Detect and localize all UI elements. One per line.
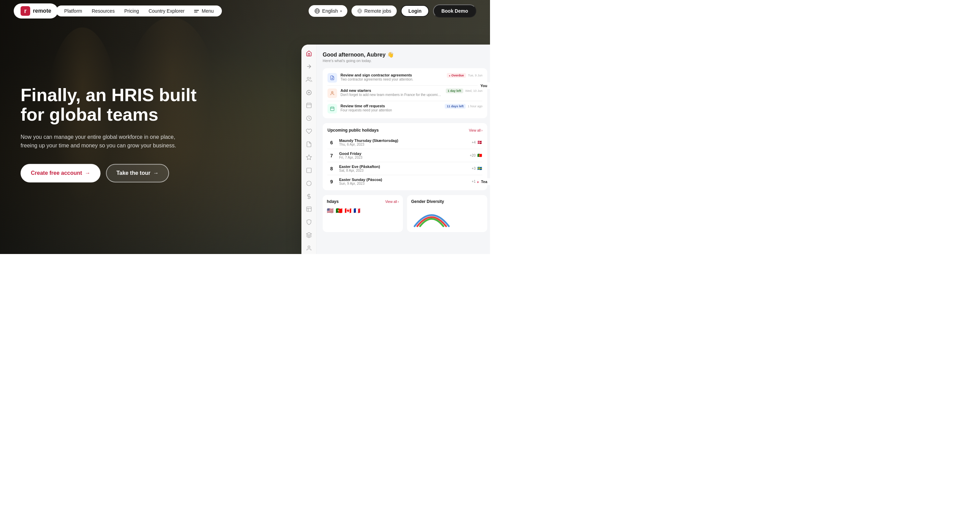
sidebar-box-icon[interactable]: [305, 167, 313, 174]
task-item-3: Review time off requests Four requests n…: [328, 101, 482, 113]
sidebar-add-icon[interactable]: [305, 89, 313, 96]
logo-icon: r: [21, 6, 30, 16]
sidebar-layout-icon[interactable]: [305, 206, 313, 213]
holiday-date-num-1: 6: [328, 140, 336, 145]
svg-marker-14: [306, 155, 311, 159]
holiday-info-1: Maundy Thursday (Skærtorsdag) Thu, 6 Apr…: [339, 138, 468, 146]
holiday-date-2: Fri, 7 Apr, 2023: [339, 156, 466, 159]
sidebar-arrow-icon[interactable]: [305, 63, 313, 70]
holiday-item-1: 6 Maundy Thursday (Skærtorsdag) Thu, 6 A…: [328, 136, 482, 149]
sidebar-shield-icon[interactable]: [305, 219, 313, 225]
holiday-item-3: 8 Easter Eve (Påskafton) Sat, 8 Apr, 202…: [328, 162, 482, 175]
nav-link-resources[interactable]: Resources: [92, 8, 115, 14]
holiday-date-num-2: 7: [328, 153, 336, 158]
arrow-right-icon: →: [85, 170, 90, 176]
login-button[interactable]: Login: [401, 5, 429, 17]
nav-link-country-explorer[interactable]: Country Explorer: [148, 8, 185, 14]
task-desc-3: Four requests need your attention: [340, 108, 441, 112]
dashboard-header: Good afternoon, Aubrey 👋 Here's what's g…: [323, 51, 487, 63]
task-icon-3: [328, 104, 337, 113]
nav-left: r remote Platform Resources Pricing Coun…: [14, 3, 222, 19]
nav-link-pricing[interactable]: Pricing: [124, 8, 139, 14]
remote-jobs-button[interactable]: Remote jobs: [352, 5, 397, 16]
holiday-flags-2: +20 🇵🇹: [470, 153, 482, 158]
svg-rect-18: [307, 207, 311, 212]
day-badge: 1 day left: [446, 89, 463, 93]
dashboard-main: Good afternoon, Aubrey 👋 Here's what's g…: [317, 44, 490, 254]
arrow-right-icon-2: →: [153, 170, 159, 176]
gender-chart: [411, 207, 483, 228]
sidebar-layers-icon[interactable]: [305, 232, 313, 238]
holiday-item-2: 7 Good Friday Fri, 7 Apr, 2023 +20 🇵🇹: [328, 149, 482, 162]
sidebar-doc-icon[interactable]: [305, 141, 313, 148]
holiday-name-1: Maundy Thursday (Skærtorsdag): [339, 138, 468, 143]
holiday-info-3: Easter Eve (Påskafton) Sat, 8 Apr, 2023: [339, 165, 468, 172]
svg-point-16: [307, 181, 311, 186]
holiday-item-4: 9 Easter Sunday (Páscoa) Sun, 9 Apr, 202…: [328, 175, 482, 186]
task-date-1: Tue, 9 Jun: [468, 74, 482, 77]
task-title-2: Add new starters: [340, 89, 442, 92]
sidebar-heart-icon[interactable]: [305, 128, 313, 135]
sidebar-people-icon[interactable]: [305, 76, 313, 83]
nav-links: Platform Resources Pricing Country Explo…: [56, 5, 222, 16]
language-label: English: [322, 8, 338, 14]
flag-se: 🇸🇪: [477, 166, 482, 171]
view-all-holidays[interactable]: View all ›: [469, 129, 482, 132]
overdue-badge: Overdue: [447, 73, 466, 78]
logo-text: remote: [33, 8, 51, 14]
task-item: Review and sign contractor agreements Tw…: [328, 73, 482, 86]
task-icon-2: [328, 89, 337, 98]
task-meta-2: 1 day left Wed, 10 Jun: [446, 89, 482, 93]
flag-count-2: +20: [470, 154, 476, 157]
language-selector[interactable]: English ▾: [309, 5, 347, 17]
flags-row: 🇺🇸 🇵🇹 🇨🇦 🇫🇷: [327, 207, 399, 214]
holiday-name-2: Good Friday: [339, 151, 466, 156]
tasks-card: Review and sign contractor agreements Tw…: [323, 68, 487, 118]
holiday-flags-3: +3 🇸🇪: [472, 166, 482, 171]
holiday-name-4: Easter Sunday (Páscoa): [339, 178, 468, 182]
navbar: r remote Platform Resources Pricing Coun…: [0, 0, 490, 22]
db-sidebar: [301, 44, 317, 254]
holiday-info-2: Good Friday Fri, 7 Apr, 2023: [339, 151, 466, 159]
logo-wrap[interactable]: r remote: [14, 3, 58, 19]
globe-icon: [314, 8, 320, 14]
sidebar-home-icon[interactable]: [305, 50, 313, 57]
holidays-card: Upcoming public holidays View all › 6 Ma…: [323, 123, 487, 190]
sidebar-star-icon[interactable]: [305, 154, 313, 161]
mini-card-1: hdays View all › 🇺🇸 🇵🇹 🇨🇦 🇫🇷: [323, 195, 403, 232]
create-account-button[interactable]: Create free account →: [21, 164, 100, 183]
nav-link-platform[interactable]: Platform: [64, 8, 82, 14]
days-badge: 11 days left: [445, 104, 466, 109]
remote-jobs-icon: [357, 8, 363, 14]
sidebar-calendar-icon[interactable]: [305, 102, 313, 109]
hero-buttons: Create free account → Take the tour →: [21, 164, 196, 183]
book-demo-button[interactable]: Book Demo: [433, 5, 476, 17]
nav-link-menu[interactable]: Menu: [194, 8, 214, 14]
holiday-date-1: Thu, 6 Apr, 2023: [339, 143, 468, 146]
remote-jobs-label: Remote jobs: [364, 8, 391, 14]
you-label: You: [478, 82, 490, 89]
flag-pt: 🇵🇹: [477, 153, 482, 158]
task-icon-1: [328, 73, 337, 83]
team-label: Tea: [478, 178, 490, 185]
sidebar-clock-icon[interactable]: [305, 115, 313, 122]
hero-content: Finally, an HRIS built for global teams …: [21, 85, 196, 183]
holiday-info-4: Easter Sunday (Páscoa) Sun, 9 Apr, 2023: [339, 178, 468, 186]
sidebar-circle-icon[interactable]: [305, 180, 313, 187]
view-all-mini[interactable]: View all ›: [385, 200, 399, 203]
mini-section-title-1: hdays View all ›: [327, 199, 399, 204]
dashboard-card: Good afternoon, Aubrey 👋 Here's what's g…: [301, 44, 490, 254]
flag-pt2: 🇵🇹: [336, 207, 342, 214]
holidays-section-title: Upcoming public holidays View all ›: [328, 128, 482, 133]
sidebar-user-icon[interactable]: [305, 245, 313, 252]
svg-marker-21: [306, 233, 311, 235]
flag-dk: 🇩🇰: [477, 140, 482, 145]
flag-count-3: +3: [472, 167, 476, 170]
dashboard-greeting: Good afternoon, Aubrey 👋: [323, 51, 487, 58]
sidebar-dollar-icon[interactable]: [305, 193, 313, 200]
nav-right: English ▾ Remote jobs Login Book Demo: [309, 5, 476, 17]
flag-count-1: +4: [472, 141, 476, 144]
take-tour-button[interactable]: Take the tour →: [106, 164, 169, 183]
svg-point-25: [332, 92, 333, 93]
svg-rect-15: [307, 168, 311, 173]
